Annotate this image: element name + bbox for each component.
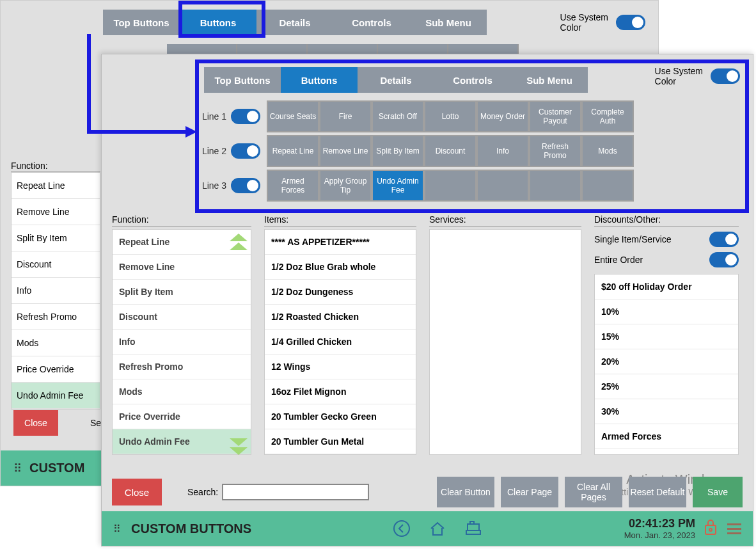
tab-controls[interactable]: Controls [333, 10, 410, 35]
single-item-toggle[interactable] [709, 232, 739, 247]
list-item[interactable]: Price Override [12, 356, 100, 383]
grid-button-empty[interactable] [529, 170, 581, 202]
grid-icon[interactable]: ⠿ [113, 523, 121, 535]
list-item[interactable]: 20% [595, 349, 738, 374]
tab-sub-menu[interactable]: Sub Menu [410, 10, 487, 35]
tab-top-buttons[interactable]: Top Buttons [204, 67, 281, 93]
list-item[interactable]: 1/4 Grilled Chicken [265, 330, 416, 354]
services-label: Services: [429, 214, 581, 227]
back-icon[interactable] [391, 518, 413, 539]
clear-page-button[interactable]: Clear Page [501, 477, 558, 507]
items-label: Items: [264, 214, 416, 227]
grid-button-selected[interactable]: Undo Admin Fee [372, 170, 424, 202]
scroll-down-icon[interactable] [230, 447, 248, 455]
list-item[interactable]: 1/2 Doz Blue Grab whole [265, 255, 416, 280]
list-item[interactable]: Discount [12, 251, 100, 278]
items-column: Items: **** AS APPETIZER***** 1/2 Doz Bl… [264, 214, 416, 455]
search-input[interactable] [222, 484, 369, 500]
lock-icon[interactable] [703, 518, 718, 539]
grid-button[interactable]: Split By Item [372, 135, 424, 167]
list-item[interactable]: 15% [595, 324, 738, 349]
grid-button[interactable]: Armed Forces [267, 170, 319, 202]
grid-button[interactable]: Refresh Promo [529, 135, 581, 167]
list-item[interactable]: Undo Admin Fee [12, 383, 100, 409]
grid-button-empty[interactable] [476, 170, 529, 202]
close-button[interactable]: Close [13, 410, 58, 436]
grid-button[interactable]: Complete Auth [581, 100, 634, 132]
discounts-label: Discounts/Other: [594, 214, 739, 227]
list-item[interactable]: 1/2 Doz Dungeness [265, 280, 416, 305]
list-item[interactable]: Info [113, 330, 251, 354]
list-item[interactable]: Refresh Promo [113, 354, 251, 379]
line-toggle[interactable] [231, 143, 260, 159]
use-system-color-toggle[interactable] [711, 68, 740, 84]
tab-details[interactable]: Details [256, 10, 333, 35]
use-system-color-toggle[interactable] [616, 15, 645, 30]
grid-button[interactable]: Info [476, 135, 529, 167]
save-button[interactable]: Save [693, 477, 743, 507]
tab-details[interactable]: Details [358, 67, 434, 93]
grid-button[interactable]: Lotto [424, 100, 476, 132]
list-item[interactable]: $20 off Holiday Order [595, 274, 738, 299]
scroll-down-icon[interactable] [230, 438, 248, 446]
list-item[interactable]: 10% [595, 299, 738, 324]
tab-controls[interactable]: Controls [434, 67, 511, 93]
close-button[interactable]: Close [112, 479, 162, 505]
list-item[interactable]: Remove Line [113, 255, 251, 280]
grid-button[interactable]: Discount [424, 135, 476, 167]
tab-buttons[interactable]: Buttons [281, 67, 358, 93]
list-item[interactable]: Discount [113, 305, 251, 330]
list-item[interactable]: Mods [113, 379, 251, 404]
search-label: Search: [187, 487, 218, 497]
list-item[interactable]: Split By Item [12, 225, 100, 251]
line-label: Line 2 [198, 146, 231, 156]
menu-icon[interactable] [727, 523, 741, 534]
grid-button[interactable]: Remove Line [319, 135, 372, 167]
back-tabs: Top Buttons Buttons Details Controls Sub… [103, 10, 487, 35]
list-item[interactable]: **** AS APPETIZER***** [265, 230, 416, 255]
list-item[interactable]: Repeat Line [12, 173, 100, 199]
svg-rect-2 [466, 530, 480, 534]
grid-button-empty[interactable] [424, 170, 476, 202]
list-item[interactable]: 25% [595, 374, 738, 399]
list-item[interactable]: 20 Tumbler Gun Metal [265, 429, 416, 454]
reset-default-button[interactable]: Reset Default [629, 477, 686, 507]
button-grid: Line 1 Course Seats Fire Scratch Off Lot… [198, 99, 722, 203]
list-item[interactable]: Price Override [113, 404, 251, 429]
register-icon[interactable] [462, 518, 484, 539]
tab-top-buttons[interactable]: Top Buttons [103, 10, 180, 35]
list-item[interactable]: Remove Line [12, 199, 100, 225]
grid-button-empty[interactable] [581, 170, 634, 202]
function-label: Function: [11, 161, 100, 171]
list-item[interactable]: Armed Forces [595, 424, 738, 449]
grid-button[interactable]: Money Order [476, 100, 529, 132]
list-item[interactable]: 30% [595, 399, 738, 424]
list-item[interactable]: Refresh Promo [12, 304, 100, 330]
list-item[interactable]: 1/2 Roasted Chicken [265, 305, 416, 330]
grid-button[interactable]: Mods [581, 135, 634, 167]
list-item[interactable]: 20 Tumbler Gecko Green [265, 404, 416, 429]
discounts-column: Discounts/Other: Single Item/Service Ent… [594, 214, 739, 455]
svg-rect-3 [470, 521, 474, 524]
list-item[interactable]: Info [12, 278, 100, 304]
list-item[interactable]: Split By Item [113, 280, 251, 305]
grid-button[interactable]: Apply Group Tip [319, 170, 372, 202]
list-item[interactable]: Mods [12, 330, 100, 356]
tab-sub-menu[interactable]: Sub Menu [511, 67, 588, 93]
grid-button[interactable]: Fire [319, 100, 372, 132]
grid-icon[interactable]: ⠿ [13, 461, 22, 475]
entire-order-toggle[interactable] [709, 252, 739, 267]
grid-button[interactable]: Scratch Off [372, 100, 424, 132]
clear-button[interactable]: Clear Button [437, 477, 494, 507]
grid-button[interactable]: Repeat Line [267, 135, 319, 167]
grid-button[interactable]: Course Seats [267, 100, 319, 132]
scroll-up-icon[interactable] [230, 234, 248, 241]
list-item[interactable]: 16oz Filet Mignon [265, 379, 416, 404]
line-toggle[interactable] [231, 178, 260, 193]
scroll-up-icon[interactable] [230, 243, 248, 250]
clear-all-pages-button[interactable]: Clear All Pages [565, 477, 622, 507]
line-toggle[interactable] [231, 109, 260, 124]
grid-button[interactable]: Customer Payout [529, 100, 581, 132]
home-icon[interactable] [427, 518, 448, 539]
list-item[interactable]: 12 Wings [265, 354, 416, 379]
